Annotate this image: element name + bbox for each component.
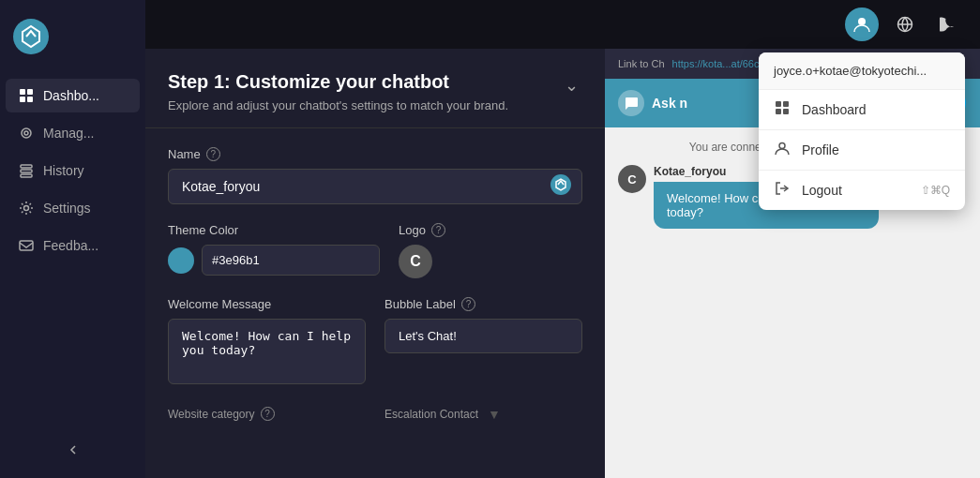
sidebar-item-history[interactable]: History <box>6 154 140 187</box>
step-title: Step 1: Customize your chatbot <box>168 71 508 93</box>
logo-area <box>0 11 145 77</box>
svg-rect-3 <box>20 97 25 102</box>
sidebar-item-dashboard[interactable]: Dashbo... <box>6 79 140 112</box>
logo-group: Logo ? C <box>399 223 582 278</box>
user-small-icon <box>775 141 790 156</box>
theme-color-label: Theme Color <box>168 223 380 237</box>
user-icon <box>853 16 870 33</box>
kotae-logo-small <box>550 174 571 195</box>
color-swatch[interactable] <box>168 247 194 274</box>
logout-icon <box>775 181 790 196</box>
theme-toggle-button[interactable] <box>931 7 965 41</box>
logo-label: Logo ? <box>399 223 582 237</box>
logo-circle[interactable]: C <box>399 245 432 278</box>
bubble-label-label: Bubble Label ? <box>384 297 582 311</box>
dropdown-item-dashboard[interactable]: Dashboard <box>759 90 965 129</box>
user-avatar-button[interactable] <box>845 7 879 41</box>
welcome-message-group: Welcome Message Welcome! How can I help … <box>168 297 366 388</box>
escalation-contact-label: Escalation Contact ▼ <box>384 407 582 422</box>
sidebar-item-settings[interactable]: Settings <box>6 191 140 225</box>
sidebar: Dashbo... Manag... History Settings Feed… <box>0 0 145 478</box>
dropdown-dashboard-icon <box>774 100 791 119</box>
sidebar-collapse-button[interactable] <box>0 433 145 467</box>
dropdown-email: joyce.o+kotae@tokyotechi... <box>759 52 965 90</box>
svg-rect-4 <box>27 97 33 102</box>
svg-rect-1 <box>20 89 25 95</box>
dropdown-logout-icon <box>774 181 791 200</box>
name-label: Name ? <box>168 147 582 161</box>
svg-point-19 <box>779 143 785 149</box>
step-body: Name ? <box>145 128 605 448</box>
svg-rect-9 <box>21 174 32 177</box>
collapse-icon <box>66 442 81 457</box>
app-logo[interactable] <box>13 19 49 54</box>
bubble-label-input[interactable] <box>384 319 582 353</box>
website-category-group: Website category ? <box>168 407 366 429</box>
escalation-contact-group: Escalation Contact ▼ <box>384 407 582 429</box>
name-input[interactable] <box>168 169 582 204</box>
step-header: Step 1: Customize your chatbot Explore a… <box>145 49 605 128</box>
svg-rect-8 <box>21 170 32 172</box>
website-category-help-icon[interactable]: ? <box>261 407 275 421</box>
bubble-help-icon[interactable]: ? <box>461 297 475 311</box>
svg-point-12 <box>858 18 866 25</box>
grid-small-icon <box>775 100 790 115</box>
name-help-icon[interactable]: ? <box>206 147 220 161</box>
manage-icon <box>19 126 34 141</box>
chat-header-left: Ask n <box>618 90 687 116</box>
grid-icon <box>19 88 34 103</box>
main-area: Step 1: Customize your chatbot Explore a… <box>145 0 980 478</box>
link-label: Link to Ch <box>618 58 665 69</box>
globe-icon <box>897 16 913 33</box>
svg-rect-2 <box>27 89 33 95</box>
chat-bot-avatar: C <box>618 165 646 193</box>
sidebar-item-dashboard-label: Dashbo... <box>43 88 99 103</box>
name-input-wrapper <box>168 169 582 204</box>
svg-rect-16 <box>783 101 789 107</box>
sidebar-item-settings-label: Settings <box>43 201 91 216</box>
chat-preview-title: Ask n <box>652 96 687 111</box>
dropdown-profile-icon <box>774 141 791 159</box>
name-field-group: Name ? <box>168 147 582 204</box>
top-bar <box>145 0 980 49</box>
sidebar-item-feedback[interactable]: Feedba... <box>6 229 140 262</box>
dropdown-logout-shortcut: ⇧⌘Q <box>921 184 950 197</box>
message-bubble-row: Welcome Message Welcome! How can I help … <box>168 297 582 388</box>
feedback-icon <box>19 238 34 253</box>
color-row <box>168 245 380 276</box>
color-input[interactable] <box>202 245 380 276</box>
svg-point-6 <box>24 131 28 135</box>
dropdown-dashboard-label: Dashboard <box>802 102 867 117</box>
svg-point-10 <box>24 206 29 211</box>
chat-bubble-icon <box>624 96 639 111</box>
svg-rect-15 <box>776 101 781 107</box>
step-header-text: Step 1: Customize your chatbot Explore a… <box>168 71 508 112</box>
dropdown-item-profile[interactable]: Profile <box>759 130 965 170</box>
step-panel: Step 1: Customize your chatbot Explore a… <box>145 49 605 478</box>
sidebar-item-manage-label: Manag... <box>43 126 94 141</box>
settings-icon <box>19 201 34 216</box>
website-category-label: Website category ? <box>168 407 366 421</box>
svg-point-5 <box>22 128 31 138</box>
logo-help-icon[interactable]: ? <box>431 223 445 237</box>
sidebar-item-manage[interactable]: Manag... <box>6 116 140 150</box>
dropdown-item-logout[interactable]: Logout ⇧⌘Q <box>759 171 965 210</box>
svg-point-0 <box>13 19 49 54</box>
moon-icon <box>940 16 957 33</box>
dropdown-logout-label: Logout <box>802 183 842 198</box>
globe-button[interactable] <box>888 7 922 41</box>
step-collapse-button[interactable]: ⌄ <box>561 71 582 99</box>
sidebar-item-feedback-label: Feedba... <box>43 238 98 253</box>
welcome-message-label: Welcome Message <box>168 297 366 311</box>
welcome-message-textarea[interactable]: Welcome! How can I help you today? <box>168 319 366 384</box>
svg-rect-17 <box>776 109 781 114</box>
user-dropdown-menu: joyce.o+kotae@tokyotechi... Dashboard <box>759 52 965 210</box>
history-icon <box>19 163 34 178</box>
theme-color-group: Theme Color <box>168 223 380 278</box>
bubble-label-group: Bubble Label ? <box>384 297 582 388</box>
dropdown-profile-label: Profile <box>802 142 839 157</box>
step-subtitle: Explore and adjust your chatbot's settin… <box>168 98 508 112</box>
svg-rect-7 <box>21 165 32 168</box>
svg-point-14 <box>550 174 571 195</box>
svg-rect-18 <box>783 109 789 114</box>
